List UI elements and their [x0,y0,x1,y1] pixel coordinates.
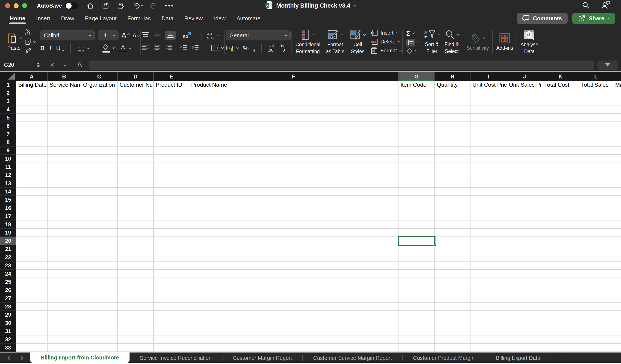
cell-M9[interactable] [613,147,621,155]
sheet-tab-customer-margin-report[interactable]: Customer Margin Report [223,353,303,363]
cell-A23[interactable] [16,262,48,270]
cell-L28[interactable] [579,303,613,311]
cell-G30[interactable] [398,319,435,327]
cell-M12[interactable] [613,171,621,179]
cell-E12[interactable] [154,171,189,179]
cell-H25[interactable] [435,278,470,286]
cell-D25[interactable] [118,278,154,286]
cell-J24[interactable] [507,270,542,278]
cell-B23[interactable] [48,262,81,270]
accounting-format-button[interactable] [226,45,239,52]
cancel-icon[interactable]: ✕ [50,62,55,68]
cell-B12[interactable] [48,171,81,179]
addins-button[interactable]: Add-ins [496,33,513,51]
cell-C23[interactable] [81,262,118,270]
cell-A1[interactable]: Billing Date [16,81,48,89]
cell-L20[interactable] [579,237,613,245]
cell-B19[interactable] [48,229,81,237]
cell-E27[interactable] [154,294,189,303]
cell-L4[interactable] [579,105,613,114]
cell-A3[interactable] [16,97,48,105]
cell-J28[interactable] [507,303,542,311]
cell-E30[interactable] [154,319,189,327]
column-header-A[interactable]: A [16,72,48,81]
row-header-26[interactable]: 26 [0,286,16,294]
accounting-chevron-icon[interactable] [236,46,239,49]
cell-J6[interactable] [507,122,542,130]
cell-K26[interactable] [542,286,579,294]
align-center-button[interactable] [153,44,161,52]
column-header-H[interactable]: H [435,72,470,81]
cell-A31[interactable] [16,327,48,335]
cell-F21[interactable] [189,245,398,253]
conditional-formatting-button[interactable]: Conditional Formatting [295,29,320,54]
cell-K17[interactable] [542,212,579,220]
cell-E19[interactable] [154,229,189,237]
cell-B15[interactable] [48,196,81,204]
cell-C9[interactable] [81,147,118,155]
cell-A4[interactable] [16,105,48,114]
cell-E23[interactable] [154,262,189,270]
cell-K19[interactable] [542,229,579,237]
cell-G15[interactable] [398,196,435,204]
cell-B5[interactable] [48,114,81,122]
cell-M17[interactable] [613,212,621,220]
cell-J18[interactable] [507,220,542,229]
row-header-17[interactable]: 17 [0,212,16,220]
cell-C15[interactable] [81,196,118,204]
cell-D3[interactable] [118,97,154,105]
cell-D26[interactable] [118,286,154,294]
cell-J7[interactable] [507,130,542,138]
cell-I17[interactable] [470,212,507,220]
cell-D24[interactable] [118,270,154,278]
cell-B1[interactable]: Service Name [48,81,81,89]
cell-H22[interactable] [435,253,470,262]
cell-J3[interactable] [507,97,542,105]
cell-B28[interactable] [48,303,81,311]
cell-J11[interactable] [507,163,542,171]
cell-M33[interactable] [613,344,621,352]
cell-A22[interactable] [16,253,48,262]
cell-L3[interactable] [579,97,613,105]
formula-input[interactable] [89,61,594,70]
cell-C11[interactable] [81,163,118,171]
cell-C12[interactable] [81,171,118,179]
minimize-window-button[interactable] [14,3,18,8]
document-title[interactable]: Monthly Billing Check v3.4 [276,2,350,9]
analyse-data-button[interactable]: Analyse Data [520,29,538,54]
cell-G17[interactable] [398,212,435,220]
cell-E25[interactable] [154,278,189,286]
cell-K10[interactable] [542,155,579,163]
cell-G24[interactable] [398,270,435,278]
cell-F1[interactable]: Product Name [189,81,398,89]
copy-chevron-icon[interactable] [33,40,36,43]
fill-button[interactable] [406,39,419,47]
comma-style-button[interactable]: , [253,46,255,50]
cell-F31[interactable] [189,327,398,335]
cell-L12[interactable] [579,171,613,179]
cell-L11[interactable] [579,163,613,171]
cell-E6[interactable] [154,122,189,130]
underline-button[interactable]: U [56,45,64,52]
column-header-F[interactable]: F [189,72,398,81]
cell-B2[interactable] [48,89,81,97]
cell-B9[interactable] [48,147,81,155]
cell-A10[interactable] [16,155,48,163]
undo-chevron-icon[interactable] [140,4,143,6]
cell-L15[interactable] [579,196,613,204]
cell-C14[interactable] [81,188,118,196]
column-header-L[interactable]: L [579,72,613,81]
cell-D1[interactable]: Customer Number [118,81,154,89]
cell-A11[interactable] [16,163,48,171]
cell-L21[interactable] [579,245,613,253]
cell-I31[interactable] [470,327,507,335]
cell-C4[interactable] [81,105,118,114]
enter-icon[interactable]: ✓ [63,62,68,68]
cell-J16[interactable] [507,204,542,212]
cell-K12[interactable] [542,171,579,179]
cell-I27[interactable] [470,294,507,303]
sheet-tab-customer-product-margin[interactable]: Customer Product Margin [403,353,485,363]
cell-G2[interactable] [398,89,435,97]
cell-M2[interactable] [613,89,621,97]
cell-G28[interactable] [398,303,435,311]
